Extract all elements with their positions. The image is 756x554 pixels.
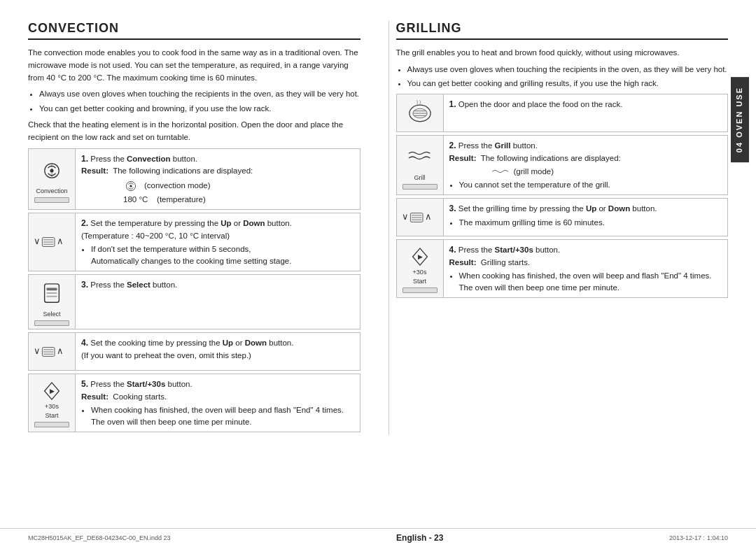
right-step-2: Grill 2. Press the Grill button. Result:… — [396, 135, 729, 195]
svg-text:∧: ∧ — [57, 346, 64, 356]
right-section: 04 OVEN USE GRILLING The grill enables y… — [388, 21, 729, 435]
svg-rect-14 — [46, 296, 57, 297]
start-icon-cell-g: ▶ +30s Start — [396, 239, 444, 298]
start-icon-g: ▶ +30s — [407, 245, 433, 276]
right-step-1: 1. Open the door and place the food on t… — [396, 94, 729, 132]
grill-mode-label: (grill mode) — [514, 166, 554, 178]
grill-mode-icon — [491, 166, 508, 176]
arrows-icon-2: ∨ ∧ — [32, 227, 71, 258]
left-step-1-text: 1. Press the Convection button. Result: … — [76, 148, 360, 211]
svg-text:∧: ∧ — [425, 211, 432, 222]
left-step-3-text: 3. Press the Select button. — [76, 274, 360, 329]
svg-rect-12 — [46, 287, 57, 290]
right-step-1-text: 1. Open the door and place the food on t… — [444, 94, 729, 132]
svg-text:∨: ∨ — [34, 236, 41, 247]
left-step-3: Select 3. Press the Select button. — [28, 274, 360, 329]
arrows-icon-cell-4: ∨ ∧ — [28, 332, 76, 371]
start-icon-g-label: Start — [413, 278, 426, 285]
footer-right: 2013-12-17 ː 1:04:10 — [669, 534, 728, 541]
grill-icon-cell: Grill — [396, 135, 444, 195]
right-bullet-1: Always use oven gloves when touching the… — [407, 64, 729, 76]
svg-rect-13 — [46, 292, 57, 294]
svg-text:∧: ∧ — [57, 236, 64, 247]
grill-icon — [407, 141, 433, 173]
right-step-4-text: 4. Press the Start/+30s button. Result: … — [444, 239, 729, 298]
arrows-icon-cell-g3: ∨ ∧ — [396, 198, 444, 236]
arrows-icon-g3: ∨ ∧ — [400, 201, 440, 233]
left-bullet-1: Always use oven gloves when touching the… — [39, 88, 360, 100]
left-step-5-text: 5. Press the Start/+30s button. Result: … — [76, 374, 360, 432]
footer-left: MC28H5015AK_EF_DE68-04234C-00_EN.indd 23 — [28, 534, 171, 541]
svg-text:∨: ∨ — [401, 211, 408, 222]
left-step-4-text: 4. Set the cooking time by pressing the … — [76, 332, 360, 371]
select-icon-label: Select — [43, 311, 60, 318]
right-step-3-text: 3. Set the grilling time by pressing the… — [444, 198, 729, 236]
content-area: CONVECTION The convection mode enables y… — [28, 21, 728, 435]
start-icon-cell: ▶ +30s Start — [28, 374, 76, 432]
left-step-4: ∨ ∧ 4. Set the cooking time by pressing … — [28, 332, 360, 371]
left-section: CONVECTION The convection mode enables y… — [28, 21, 368, 435]
convection-mode-icon — [123, 178, 139, 194]
convection-icon — [40, 155, 64, 186]
right-bullets: Always use oven gloves when touching the… — [407, 64, 729, 90]
step-num-1: 1. — [81, 154, 88, 164]
start-icon-label: Start — [45, 412, 58, 419]
footer: MC28H5015AK_EF_DE68-04234C-00_EN.indd 23… — [0, 528, 756, 543]
start-icon: ▶ +30s — [38, 379, 65, 411]
left-section-title: CONVECTION — [28, 21, 360, 40]
right-bullet-2: You can get better cooking and grilling … — [407, 78, 729, 90]
left-step-2-text: 2. Set the temperature by pressing the U… — [76, 213, 360, 271]
convection-icon-label: Convection — [36, 187, 67, 194]
up-down-arrows-icon: ∨ ∧ — [32, 234, 71, 250]
right-step-3: ∨ ∧ 3. Set the grilling time by pressing… — [396, 198, 729, 236]
grill-icon-label: Grill — [414, 174, 426, 181]
convection-icon-cell: Convection — [28, 148, 76, 211]
footer-center: English - 23 — [396, 533, 443, 543]
oven-use-tab: 04 OVEN USE — [731, 77, 749, 162]
svg-text:▶: ▶ — [50, 388, 55, 395]
page: CONVECTION The convection mode enables y… — [0, 0, 756, 554]
left-intro-1: The convection mode enables you to cook … — [28, 47, 360, 84]
svg-text:▶: ▶ — [417, 253, 422, 260]
left-bullet-2: You can get better cooking and browning,… — [39, 103, 360, 115]
grill-food-icon — [405, 97, 435, 129]
left-step-5: ▶ +30s Start 5. Press the Start/+30s but… — [28, 374, 360, 432]
left-step-2: ∨ ∧ 2. Set the temperature by pressing t… — [28, 213, 360, 271]
left-check-text: Check that the heating element is in the… — [28, 119, 360, 144]
left-bullets: Always use oven gloves when touching the… — [39, 88, 360, 115]
arrows-icon-cell-2: ∨ ∧ — [28, 213, 76, 271]
svg-text:∨: ∨ — [34, 346, 41, 356]
grill-food-icon-cell — [396, 94, 444, 132]
right-section-title: GRILLING — [396, 21, 729, 40]
right-step-2-text: 2. Press the Grill button. Result: The f… — [444, 135, 729, 195]
arrows-icon-4: ∨ ∧ — [32, 336, 71, 367]
select-icon-cell: Select — [28, 274, 76, 329]
right-intro: The grill enables you to heat and brown … — [396, 47, 729, 59]
svg-point-4 — [130, 185, 132, 187]
mode-label: (convection mode) — [144, 180, 211, 192]
left-step-1: Convection 1. Press the Convection butto… — [28, 148, 360, 211]
select-icon — [41, 278, 62, 309]
right-step-4: ▶ +30s Start 4. Press the Start/+30s but… — [396, 239, 729, 298]
